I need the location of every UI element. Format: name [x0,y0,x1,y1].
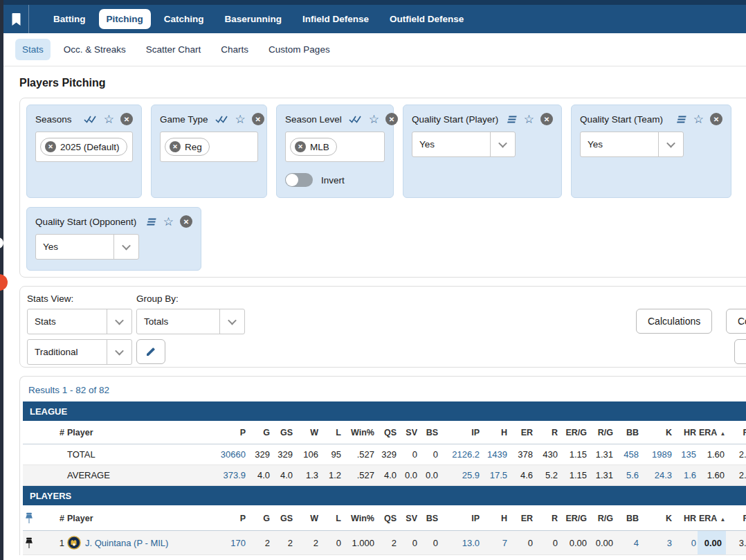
column-header-era[interactable]: ERA▲ [698,421,726,444]
remove-filter-icon[interactable]: ✕ [385,113,398,125]
stat-link[interactable]: 24.3 [655,470,672,480]
side-drawer-handle[interactable] [0,237,3,249]
subnav-occ-streaks[interactable]: Occ. & Streaks [57,39,133,60]
stat-link[interactable]: 17.5 [490,470,507,480]
season-level-value-box[interactable]: ✕ MLB [285,132,385,162]
filter-options-icon[interactable] [507,115,518,124]
stat-link[interactable]: 373.9 [223,470,246,480]
stat-link[interactable]: 135 [681,449,696,460]
remove-filter-icon[interactable]: ✕ [120,113,133,125]
pin-column-header[interactable] [23,505,46,531]
tab-outfield-defense[interactable]: Outfield Defense [382,9,471,29]
column-header-qs[interactable]: QS [376,505,398,531]
seasons-value-box[interactable]: ✕ 2025 (Default) [35,132,133,162]
select-all-icon[interactable] [215,115,229,124]
stat-link[interactable]: 170 [230,538,246,548]
column-header-h[interactable]: H [481,421,509,444]
column-header-ip[interactable]: IP [439,505,481,531]
column-header-ip[interactable]: IP [439,421,481,444]
stat-link[interactable]: 4 [634,538,639,548]
game-type-value-box[interactable]: ✕ Reg [160,132,258,162]
column-header-qs[interactable]: QS [376,421,398,444]
column-header-bs[interactable]: BS [419,505,439,531]
stat-link[interactable]: 25.9 [462,470,480,480]
column-header-win-[interactable]: Win% [343,505,376,531]
select-all-icon[interactable] [84,115,98,124]
column-header-gs[interactable]: GS [271,505,294,531]
remove-filter-icon[interactable]: ✕ [540,113,553,125]
calculations-button[interactable]: Calculations [636,309,712,334]
remove-filter-icon[interactable]: ✕ [180,215,192,228]
column-header--[interactable]: # [46,505,66,531]
favorite-star-icon[interactable]: ☆ [524,114,534,125]
stat-link[interactable]: 3 [667,538,672,548]
stat-link[interactable]: 2126.2 [452,449,480,460]
column-header-win-[interactable]: Win% [343,421,376,444]
column-header-k[interactable]: K [640,505,673,531]
column-header-r-g[interactable]: R/G [588,421,615,444]
stat-link[interactable]: 30660 [221,449,246,460]
qs-player-select[interactable]: Yes [412,132,516,157]
select-all-icon[interactable] [349,115,363,124]
chip-remove-icon[interactable]: ✕ [45,141,56,152]
group-by-select[interactable]: Totals [136,309,245,334]
stats-type-select[interactable]: Traditional [27,339,132,365]
subnav-charts[interactable]: Charts [214,39,255,60]
column-header-r-g[interactable]: R/G [588,505,615,531]
tab-batting[interactable]: Batting [46,9,93,29]
column-header-bb[interactable]: BB [615,505,640,531]
remove-filter-icon[interactable]: ✕ [710,113,722,125]
pin-cell[interactable] [23,531,46,555]
stats-view-select[interactable]: Stats [27,309,132,334]
favorite-star-icon[interactable]: ☆ [163,216,174,228]
bookmark-button[interactable] [3,5,29,33]
column-header-h[interactable]: H [481,505,509,531]
column-header-k[interactable]: K [640,421,673,444]
column-header-er-g[interactable]: ER/G [559,505,588,531]
remove-filter-icon[interactable]: ✕ [252,113,264,125]
stat-link[interactable]: 5.6 [626,470,639,480]
column-header-fip[interactable]: FIP [726,421,746,444]
stat-link[interactable]: 7 [502,538,507,548]
column-header-g[interactable]: G [247,505,271,531]
column-header-l[interactable]: L [320,505,343,531]
filter-options-icon[interactable] [676,115,687,124]
print-button[interactable]: P [734,339,746,364]
favorite-star-icon[interactable]: ☆ [104,114,114,125]
tab-baserunning[interactable]: Baserunning [217,9,290,29]
stat-link[interactable]: 1.6 [684,470,696,480]
invert-toggle[interactable] [285,173,313,187]
chip-remove-icon[interactable]: ✕ [295,141,306,152]
column-header-er-g[interactable]: ER/G [559,421,588,444]
stat-link[interactable]: 458 [624,449,639,460]
favorite-star-icon[interactable]: ☆ [369,114,379,125]
column-header-sv[interactable]: SV [398,421,419,444]
column-header-player[interactable]: Player [66,421,207,444]
column-header-g[interactable]: G [247,421,271,444]
player-link[interactable]: J. Quintana (P - MIL) [85,538,168,548]
column-header-bs[interactable]: BS [419,421,439,444]
tab-pitching[interactable]: Pitching [99,9,151,29]
results-summary-link[interactable]: Results 1 - 82 of 82 [28,385,109,395]
subnav-stats[interactable]: Stats [15,39,51,60]
column-header-r[interactable]: R [534,505,559,531]
chip-remove-icon[interactable]: ✕ [170,141,181,152]
filter-options-icon[interactable] [146,217,157,226]
tab-infield-defense[interactable]: Infield Defense [295,9,376,29]
column-header-w[interactable]: W [294,421,320,444]
favorite-star-icon[interactable]: ☆ [235,114,246,125]
column-header-gs[interactable]: GS [271,421,294,444]
column-header-p[interactable]: P [207,505,247,531]
column-header-era[interactable]: ERA▲ [698,505,726,531]
column-header-w[interactable]: W [294,505,320,531]
stat-link[interactable]: 0 [691,538,696,548]
stat-link[interactable]: 1439 [487,449,507,460]
stat-link[interactable]: 1989 [652,449,672,460]
column-header-er[interactable]: ER [509,421,534,444]
tab-catching[interactable]: Catching [156,9,212,29]
column-header-hr[interactable]: HR [673,421,698,444]
subnav-scatter-chart[interactable]: Scatter Chart [139,39,208,60]
qs-team-select[interactable]: Yes [580,132,684,157]
column-header-bb[interactable]: BB [615,421,640,444]
column-header-p[interactable]: P [207,421,247,444]
